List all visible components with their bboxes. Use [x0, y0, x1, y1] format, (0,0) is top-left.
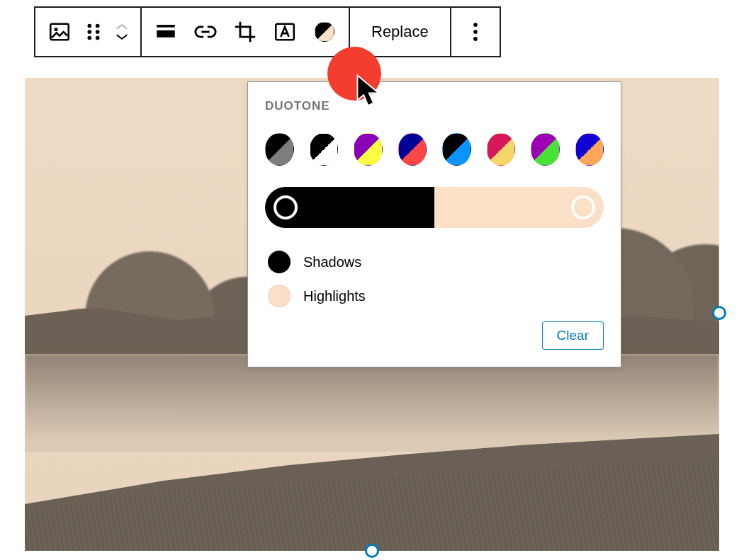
- duotone-preset-purple-green[interactable]: [531, 133, 560, 166]
- gradient-knob-shadows[interactable]: [274, 195, 298, 219]
- align-icon[interactable]: [146, 8, 186, 56]
- duotone-preset-purple-yellow[interactable]: [354, 133, 383, 166]
- duotone-preset-black-gray[interactable]: [265, 133, 294, 166]
- move-up-down[interactable]: [108, 8, 136, 56]
- duotone-button[interactable]: [305, 8, 344, 56]
- duotone-title: DUOTONE: [265, 99, 604, 113]
- svg-rect-0: [50, 24, 69, 40]
- duotone-popover: DUOTONE Shadows Highlights Clear: [247, 81, 621, 367]
- replace-button[interactable]: Replace: [354, 8, 446, 56]
- click-indicator: [327, 47, 381, 101]
- svg-point-2: [88, 24, 92, 28]
- shadows-color-dot: [268, 251, 291, 273]
- resize-handle-bottom[interactable]: [365, 544, 379, 558]
- duotone-swatch-icon: [315, 22, 334, 42]
- toolbar-group-block: [35, 8, 142, 56]
- toolbar-group-more: [451, 8, 500, 56]
- highlights-label: Highlights: [303, 288, 366, 304]
- toolbar-group-formatting: [142, 8, 350, 56]
- svg-point-1: [54, 28, 57, 31]
- more-options-icon[interactable]: [456, 8, 495, 56]
- chevron-down-icon[interactable]: [114, 32, 130, 42]
- highlights-row[interactable]: Highlights: [265, 279, 604, 313]
- shadows-row[interactable]: Shadows: [265, 245, 604, 279]
- svg-point-11: [473, 23, 478, 27]
- svg-point-3: [96, 24, 100, 28]
- svg-rect-8: [157, 25, 175, 28]
- duotone-preset-magenta-tan[interactable]: [487, 133, 516, 166]
- duotone-preset-navy-red[interactable]: [398, 133, 427, 166]
- gradient-knob-highlights[interactable]: [571, 195, 595, 219]
- duotone-presets: [265, 133, 604, 166]
- svg-point-12: [473, 30, 478, 34]
- resize-handle-right[interactable]: [712, 306, 726, 320]
- crop-icon[interactable]: [225, 8, 265, 56]
- shadows-label: Shadows: [303, 254, 361, 270]
- duotone-preset-black-blue[interactable]: [442, 133, 471, 166]
- text-overlay-icon[interactable]: [265, 8, 305, 56]
- block-toolbar: Replace: [34, 6, 501, 57]
- duotone-preset-black-white[interactable]: [310, 133, 339, 166]
- duotone-color-rows: Shadows Highlights: [265, 245, 604, 313]
- svg-point-5: [96, 30, 100, 34]
- svg-point-13: [473, 37, 478, 41]
- highlights-color-dot: [268, 285, 291, 307]
- svg-point-4: [88, 30, 92, 34]
- block-type-icon[interactable]: [40, 8, 79, 56]
- drag-handle-icon[interactable]: [79, 8, 108, 56]
- link-icon[interactable]: [186, 8, 225, 56]
- clear-button[interactable]: Clear: [542, 321, 604, 350]
- duotone-preset-blue-orange[interactable]: [575, 133, 604, 166]
- chevron-up-icon[interactable]: [114, 22, 130, 32]
- svg-point-6: [88, 36, 92, 40]
- svg-rect-9: [157, 30, 175, 38]
- svg-point-7: [96, 36, 100, 40]
- duotone-gradient-bar[interactable]: [265, 187, 604, 228]
